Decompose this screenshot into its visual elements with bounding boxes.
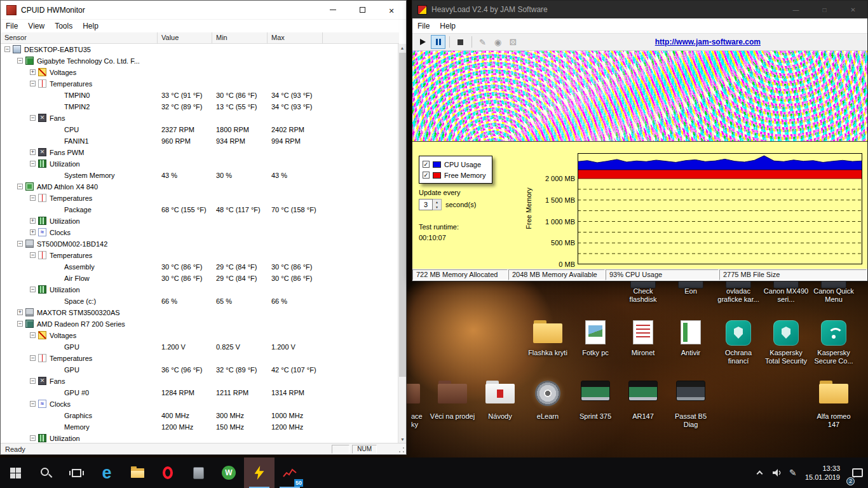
hwmonitor-menu-view[interactable]: View (23, 20, 50, 32)
tree-expander[interactable]: − (30, 378, 36, 384)
column-header-value[interactable]: Value (158, 32, 212, 44)
tree-expander[interactable]: − (17, 184, 23, 189)
resize-grip[interactable] (398, 446, 405, 454)
tree-row[interactable]: +Clocks (1, 227, 399, 238)
spinner-down-icon[interactable]: ▼ (433, 205, 441, 210)
tree-row[interactable]: Graphics400 MHz300 MHz1000 MHz (1, 410, 399, 421)
tree-row[interactable]: −Temperatures (1, 250, 399, 261)
tree-expander[interactable]: − (17, 241, 23, 247)
tree-expander[interactable]: + (30, 149, 36, 155)
tree-row[interactable]: Air Flow30 °C (86 °F)29 °C (84 °F)30 °C … (1, 273, 399, 284)
hwmonitor-menu-file[interactable]: File (1, 20, 23, 32)
taskbar-hwmonitor-button[interactable]: 50 (275, 458, 305, 488)
taskbar-pc-suite-button[interactable] (183, 458, 214, 488)
legend-checkbox[interactable]: ✓ (423, 172, 430, 179)
heavyload-menu-file[interactable]: File (412, 20, 435, 32)
tree-expander[interactable]: − (30, 161, 36, 166)
tree-row[interactable]: −Voltages (1, 330, 399, 341)
column-header-max[interactable]: Max (268, 32, 323, 44)
column-header-min[interactable]: Min (212, 32, 268, 44)
tree-row[interactable]: GPU1.200 V0.825 V1.200 V (1, 341, 399, 353)
tree-row[interactable]: Space (c:)66 %65 %66 % (1, 295, 399, 307)
write-test-file-button[interactable] (475, 35, 490, 49)
hwmonitor-minimize-button[interactable] (318, 1, 348, 20)
column-header-sensor[interactable]: Sensor (1, 32, 158, 44)
tree-row[interactable]: Memory1200 MHz150 MHz1200 MHz (1, 421, 399, 433)
tree-row[interactable]: TMPIN232 °C (89 °F)13 °C (55 °F)34 °C (9… (1, 101, 399, 112)
hwmonitor-titlebar[interactable]: CPUID HWMonitor (1, 1, 406, 20)
tree-expander[interactable]: + (30, 229, 36, 235)
search-button[interactable] (31, 458, 61, 488)
tray-expand-button[interactable] (752, 458, 768, 488)
legend-checkbox[interactable]: ✓ (423, 161, 430, 168)
taskbar-wps-button[interactable] (214, 458, 244, 488)
tray-pen-button[interactable] (785, 458, 801, 488)
tree-row[interactable]: −Clocks (1, 398, 399, 410)
start-button[interactable] (0, 458, 31, 488)
tree-row[interactable]: −Fans (1, 112, 399, 124)
tree-row[interactable]: GPU36 °C (96 °F)32 °C (89 °F)42 °C (107 … (1, 364, 399, 376)
taskbar-heavyload-button[interactable] (244, 458, 275, 488)
memory-test-button[interactable] (491, 35, 505, 49)
heavyload-titlebar[interactable]: HeavyLoad V2.4 by JAM Software — □ ✕ (412, 1, 867, 18)
tree-expander[interactable]: − (30, 195, 36, 201)
action-center-button[interactable]: 2 (846, 458, 868, 488)
tree-expander[interactable]: − (30, 115, 36, 121)
tree-row[interactable]: −Fans (1, 376, 399, 387)
tree-row[interactable]: −Utilization (1, 284, 399, 295)
tree-row[interactable]: +Fans PWM (1, 147, 399, 158)
heavyload-menu-help[interactable]: Help (435, 20, 461, 32)
tree-expander[interactable]: − (30, 401, 36, 407)
tree-row[interactable]: −AMD Athlon X4 840 (1, 181, 399, 193)
tree-expander[interactable]: + (30, 69, 36, 75)
tree-row[interactable]: −Temperatures (1, 78, 399, 90)
tray-volume-button[interactable] (768, 458, 785, 488)
tree-expander[interactable]: − (30, 332, 36, 338)
update-interval-input[interactable]: 3 (419, 199, 433, 210)
tree-row[interactable]: Assembly30 °C (86 °F)29 °C (84 °F)30 °C … (1, 261, 399, 273)
taskbar-file-explorer-button[interactable] (122, 458, 153, 488)
tree-row[interactable]: GPU #01284 RPM1211 RPM1314 RPM (1, 387, 399, 398)
tree-row[interactable]: System Memory43 %30 %43 % (1, 170, 399, 181)
tree-row[interactable]: −AMD Radeon R7 200 Series (1, 318, 399, 330)
tree-row[interactable]: +Voltages (1, 67, 399, 78)
tree-expander[interactable]: − (30, 252, 36, 258)
hwmonitor-scrollbar[interactable]: ▲ ▼ (398, 44, 406, 444)
hwmonitor-menu-help[interactable]: Help (78, 20, 104, 32)
taskbar-opera-button[interactable] (153, 458, 183, 488)
tree-row[interactable]: FANIN1960 RPM934 RPM994 RPM (1, 135, 399, 147)
start-test-button[interactable] (416, 35, 430, 49)
tree-row[interactable]: −ST500DM002-1BD142 (1, 238, 399, 250)
tree-expander[interactable]: − (4, 46, 10, 52)
scroll-up-icon[interactable]: ▲ (398, 44, 406, 53)
tree-row[interactable]: +MAXTOR STM3500320AS (1, 307, 399, 318)
tree-row[interactable]: −Gigabyte Technology Co. Ltd. F... (1, 55, 399, 67)
update-interval-spinner[interactable]: ▲ ▼ (433, 199, 442, 210)
tree-row[interactable]: Package68 °C (155 °F)48 °C (117 °F)70 °C… (1, 204, 399, 215)
tree-expander[interactable]: − (17, 58, 23, 64)
tree-row[interactable]: TMPIN033 °C (91 °F)30 °C (86 °F)34 °C (9… (1, 90, 399, 101)
jam-software-link[interactable]: http://www.jam-software.com (655, 37, 761, 46)
tree-expander[interactable]: − (17, 321, 23, 327)
tree-row[interactable]: −Temperatures (1, 193, 399, 204)
tree-row[interactable]: CPU2327 RPM1800 RPM2402 RPM (1, 124, 399, 135)
tree-expander[interactable]: − (30, 435, 36, 441)
hwmonitor-menu-tools[interactable]: Tools (50, 20, 78, 32)
taskbar-edge-button[interactable] (92, 458, 122, 488)
tree-expander[interactable]: + (30, 218, 36, 224)
tree-expander[interactable]: − (30, 81, 36, 86)
task-view-button[interactable] (61, 458, 92, 488)
tree-expander[interactable]: + (17, 309, 23, 315)
hwmonitor-maximize-button[interactable] (348, 1, 377, 20)
heavyload-maximize-button[interactable]: □ (810, 1, 839, 18)
tree-row[interactable]: +Utilization (1, 215, 399, 227)
taskbar-clock[interactable]: 13:33 15.01.2019 (805, 458, 840, 488)
tree-row[interactable]: −Utilization (1, 158, 399, 170)
tree-row[interactable]: −DESKTOP-EABTU35 (1, 44, 399, 55)
tree-expander[interactable]: − (30, 287, 36, 292)
heavyload-minimize-button[interactable]: — (782, 1, 810, 18)
spinner-up-icon[interactable]: ▲ (433, 200, 441, 205)
scrollbar-thumb[interactable] (399, 53, 406, 377)
tree-expander[interactable]: − (30, 355, 36, 361)
cpu-test-button[interactable] (506, 35, 520, 49)
